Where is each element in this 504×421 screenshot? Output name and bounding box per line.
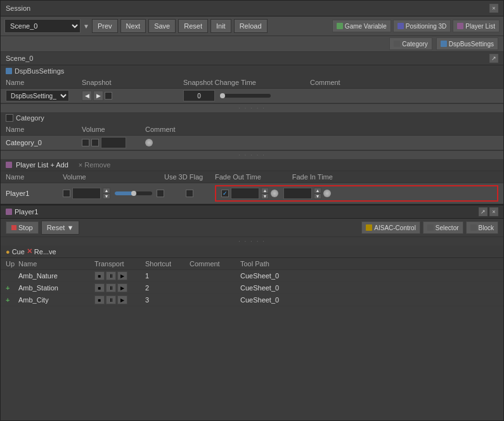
- dsp-resize-handle[interactable]: · · · · ·: [1, 104, 503, 112]
- main-toolbar: Scene_0 ▼ Prev Next Save Reset Init Relo…: [1, 16, 503, 36]
- player-vol-slider[interactable]: [115, 191, 152, 195]
- secondary-toolbar: Category DspBusSettings: [1, 36, 503, 52]
- fade-out-input[interactable]: 1000: [231, 188, 259, 199]
- cue1-play-btn[interactable]: ▶: [117, 283, 127, 292]
- cue2-stop-btn[interactable]: ■: [94, 295, 105, 304]
- dsp-next-arrow[interactable]: ▶: [93, 91, 103, 101]
- fade-out-field: ✓ 1000 ▲ ▼: [221, 188, 278, 199]
- dsp-table-header: Name Snapshot Snapshot Change Time Comme…: [1, 77, 503, 89]
- dspbus-tag-button[interactable]: DspBusSettings: [436, 37, 498, 50]
- fade-out-knob[interactable]: [271, 190, 278, 197]
- block-button[interactable]: Block: [466, 221, 498, 234]
- cue1-stop-btn[interactable]: ■: [94, 283, 105, 292]
- player-list-button[interactable]: Player List: [453, 20, 500, 32]
- category-checkbox[interactable]: [6, 114, 13, 122]
- dsp-nav-arrows: ◀ ▶: [82, 91, 183, 101]
- player-vol-check[interactable]: [63, 190, 70, 197]
- bottom-player-icon: [6, 209, 12, 215]
- cue0-pause-btn[interactable]: ⏸: [106, 271, 116, 280]
- bottom-panel-close[interactable]: ×: [489, 207, 498, 216]
- fade-in-field: 1000 ▲ ▼: [283, 188, 331, 199]
- dsp-section-header: DspBusSettings: [1, 65, 503, 77]
- positioning-3d-icon: [397, 23, 404, 29]
- bottom-panel-expand[interactable]: ↗: [479, 207, 488, 216]
- category-table-header: Name Volume Comment: [1, 124, 503, 136]
- cue-table-header: Up Name Transport Shortcut Comment Tool …: [1, 258, 503, 270]
- reset-dropdown-button[interactable]: Reset ▼: [41, 221, 80, 235]
- cue1-pause-btn[interactable]: ⏸: [106, 283, 116, 292]
- prev-button[interactable]: Prev: [92, 19, 118, 33]
- stop-button[interactable]: Stop: [6, 221, 39, 234]
- player-vol-input[interactable]: 1.00: [72, 188, 101, 199]
- scene-select[interactable]: Scene_0: [4, 19, 81, 33]
- cue2-play-btn[interactable]: ▶: [117, 295, 127, 304]
- fade-out-down[interactable]: ▼: [261, 193, 269, 199]
- cat-vol-checkbox[interactable]: [82, 139, 89, 146]
- category-tag-button[interactable]: Category: [389, 37, 432, 50]
- remove-label: × Remove: [79, 161, 110, 169]
- dsp-prev-arrow[interactable]: ◀: [82, 91, 92, 101]
- category-icon: [394, 41, 400, 47]
- player-vol-down[interactable]: ▼: [103, 193, 110, 199]
- cue-row-0: Amb_Nature ■ ⏸ ▶ 1 CueSheet_0: [1, 270, 503, 282]
- positioning-3d-button[interactable]: Positioning 3D: [393, 20, 451, 32]
- fade-in-knob[interactable]: [323, 190, 331, 197]
- cat-vol-checkbox2[interactable]: [91, 139, 99, 146]
- fade-out-spin: ▲ ▼: [261, 188, 269, 199]
- use3d-check[interactable]: [186, 190, 193, 197]
- category-section-header: Category: [1, 112, 503, 124]
- reload-button[interactable]: Reload: [234, 19, 268, 33]
- player-resize-handle[interactable]: · · · · ·: [1, 151, 503, 159]
- cue1-up-icon: +: [6, 284, 10, 292]
- fade-in-spin: ▲ ▼: [314, 188, 321, 199]
- category-section: Category Name Volume Comment Category_0 …: [1, 112, 503, 151]
- cue2-pause-btn[interactable]: ⏸: [106, 295, 116, 304]
- bottom-panel-controls: ↗ ×: [479, 207, 498, 216]
- scene-header: Scene_0 ↗: [1, 52, 503, 65]
- reset-button[interactable]: Reset: [178, 19, 208, 33]
- cue-remove-x-icon: ✕: [27, 247, 32, 256]
- dsp-icon: [6, 68, 12, 74]
- player-vol-up[interactable]: ▲: [103, 188, 110, 193]
- cue-remove-label: Re...ve: [34, 248, 56, 256]
- player-list-icon: [6, 162, 12, 168]
- bottom-resize-handle[interactable]: · · · · ·: [1, 237, 503, 245]
- fade-in-input[interactable]: 1000: [283, 188, 312, 199]
- player-list-row: Player1 1.00 ▲ ▼: [1, 183, 503, 204]
- selector-button[interactable]: Selector: [423, 221, 463, 234]
- dsp-name-select[interactable]: DspBusSetting_0: [6, 90, 69, 101]
- game-variable-button[interactable]: Game Variable: [332, 20, 391, 32]
- fade-out-check[interactable]: ✓: [221, 190, 229, 197]
- cue2-up-icon: +: [6, 296, 10, 304]
- player-list-header: Player List + Add × Remove: [1, 159, 503, 171]
- dsp-snapshot-slider[interactable]: [220, 94, 271, 98]
- cue0-play-btn[interactable]: ▶: [117, 271, 127, 280]
- top-right-buttons: Game Variable Positioning 3D Player List: [332, 20, 500, 32]
- dsp-checkbox[interactable]: [105, 92, 112, 100]
- player-vol-spin: ▲ ▼: [103, 188, 110, 199]
- aisac-control-button[interactable]: AISAC-Control: [361, 221, 420, 234]
- aisac-icon: [366, 224, 372, 231]
- player-table-header: Name Volume Use 3D Flag Fade Out Time Fa…: [1, 171, 503, 183]
- init-button[interactable]: Init: [210, 19, 231, 33]
- player-vol-check2[interactable]: [157, 190, 164, 197]
- block-icon: [470, 224, 477, 231]
- dsp-snapshot-time-input[interactable]: [183, 90, 215, 101]
- fade-out-up[interactable]: ▲: [261, 188, 269, 193]
- next-button[interactable]: Next: [120, 19, 146, 33]
- cue-row-2: + Amb_City ■ ⏸ ▶ 3 CueSheet_0: [1, 294, 503, 306]
- scene-window-controls: ↗: [489, 54, 498, 63]
- save-button[interactable]: Save: [148, 19, 176, 33]
- bottom-panel-header: Player1 ↗ ×: [1, 205, 503, 219]
- cat-vol-input[interactable]: 1.00: [101, 137, 126, 148]
- dspbus-icon: [441, 41, 447, 47]
- title-bar: Session ×: [1, 1, 503, 16]
- cue-row-1: + Amb_Station ■ ⏸ ▶ 2 CueSheet_0: [1, 282, 503, 294]
- scene-expand-button[interactable]: ↗: [489, 54, 498, 63]
- cat-vol-knob[interactable]: [145, 139, 153, 146]
- fade-section: ✓ 1000 ▲ ▼ 1000 ▲ ▼: [215, 185, 498, 202]
- cue0-stop-btn[interactable]: ■: [94, 271, 105, 280]
- fade-in-down[interactable]: ▼: [314, 193, 321, 199]
- fade-in-up[interactable]: ▲: [314, 188, 321, 193]
- close-button[interactable]: ×: [489, 4, 498, 13]
